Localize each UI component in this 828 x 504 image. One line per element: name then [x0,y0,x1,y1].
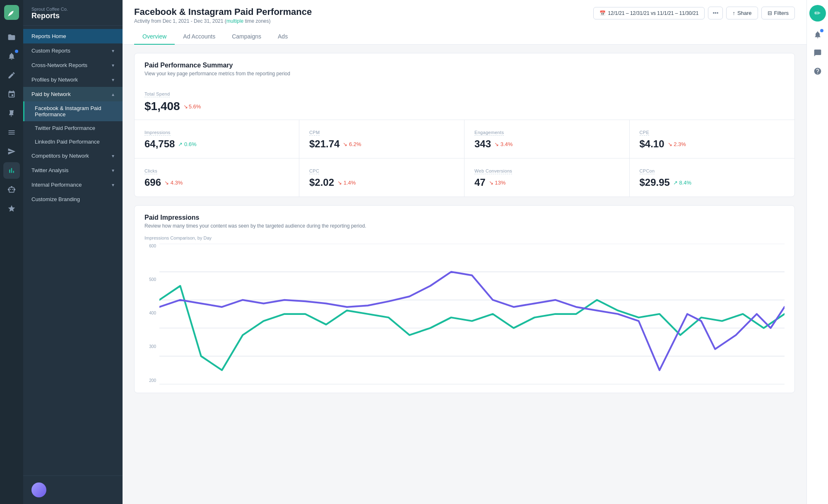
metrics-row-webconv-cpcon: Web Conversions 47 ↘ 13% CPCon $29.95 ↗ … [465,158,794,197]
sidebar-item-linkedin-paid[interactable]: LinkedIn Paid Performance [23,135,123,149]
rail-chart-icon[interactable] [3,162,20,179]
compose-cta-button[interactable]: ✏ [809,5,826,22]
multiple-timezones-link[interactable]: multiple [226,18,243,24]
total-spend-section: Total Spend $1,408 ↘ 5.6% [135,83,794,120]
cpm-metric: CPM $21.74 ↘ 6.2% [299,120,464,158]
sidebar-item-custom-reports[interactable]: Custom Reports ▾ [23,43,123,58]
chevron-down-icon: ▾ [112,77,114,83]
clicks-metric: Clicks 696 ↘ 4.3% [135,158,299,197]
sidebar-item-competitors-by-network[interactable]: Competitors by Network ▾ [23,149,123,163]
page-header: Facebook & Instagram Paid Performance Ac… [123,0,806,45]
cpcon-change: ↗ 8.4% [673,180,691,186]
total-spend-change: ↘ 5.6% [183,103,201,110]
sidebar-item-reports-home[interactable]: Reports Home [23,29,123,43]
cpc-change: ↘ 1.4% [337,180,356,186]
calendar-icon: 📅 [599,10,606,16]
main-content: Facebook & Instagram Paid Performance Ac… [123,0,806,504]
filter-icon: ⊟ [768,10,772,16]
impressions-line-chart [159,244,785,384]
sidebar-item-cross-network[interactable]: Cross-Network Reports ▾ [23,58,123,72]
sidebar-item-internal-performance[interactable]: Internal Performance ▾ [23,178,123,192]
chevron-down-icon: ▾ [112,48,114,54]
rail-star-icon[interactable] [3,200,20,217]
sidebar-item-paid-by-network[interactable]: Paid by Network ▴ [23,87,123,101]
metrics-col-right: Engagements 343 ↘ 3.4% CPE $4.10 ↘ 2.3% [465,120,794,197]
app-logo [4,5,19,20]
cpe-change: ↘ 2.3% [668,141,686,147]
question-help-icon[interactable] [809,63,826,79]
sidebar-item-fb-instagram-paid[interactable]: Facebook & Instagram Paid Performance [23,101,123,121]
chevron-down-icon: ▾ [112,168,114,173]
rail-bell-icon[interactable] [3,48,20,65]
y-label-300: 300 [144,344,156,349]
rail-pin-icon[interactable] [3,105,20,122]
rail-list-icon[interactable] [3,124,20,141]
tab-ads[interactable]: Ads [270,29,296,45]
summary-card-subtitle: View your key page performance metrics f… [144,71,785,77]
chart-wrapper: 600 500 400 300 200 [144,244,785,384]
sidebar-item-twitter-paid[interactable]: Twitter Paid Performance [23,121,123,135]
metrics-row-clicks-cpc: Clicks 696 ↘ 4.3% CPC $2.02 ↘ 1.4% [135,158,464,197]
total-spend-label: Total Spend [144,91,170,97]
rail-send-icon[interactable] [3,143,20,160]
impressions-change: ↗ 0.6% [178,141,196,147]
y-label-200: 200 [144,378,156,383]
chevron-down-icon: ▾ [112,62,114,68]
total-spend-value: $1,408 ↘ 5.6% [144,100,785,113]
chevron-up-icon: ▴ [112,91,114,97]
sidebar-item-twitter-analysis[interactable]: Twitter Analysis ▾ [23,163,123,178]
header-actions: 📅 12/1/21 – 12/31/21 vs 11/1/21 – 11/30/… [593,7,795,19]
metrics-col-left: Impressions 64,758 ↗ 0.6% CPM $21.74 ↘ 6… [135,120,465,197]
summary-card-header: Paid Performance Summary View your key p… [135,53,794,83]
chart-subtitle: Review how many times your content was s… [144,223,785,229]
metrics-row-impressions-cpm: Impressions 64,758 ↗ 0.6% CPM $21.74 ↘ 6… [135,120,464,158]
header-row: Facebook & Instagram Paid Performance Ac… [134,7,795,24]
sidebar: Sprout Coffee Co. Reports Reports Home C… [23,0,123,504]
paid-performance-summary-card: Paid Performance Summary View your key p… [134,53,795,197]
sidebar-item-profiles-by-network[interactable]: Profiles by Network ▾ [23,72,123,87]
company-name: Sprout Coffee Co. [31,7,114,12]
app-title: Reports [31,12,114,20]
sidebar-item-customize-branding[interactable]: Customize Branding [23,192,123,206]
engagements-metric: Engagements 343 ↘ 3.4% [465,120,630,158]
share-button[interactable]: ↑ Share [726,7,758,19]
y-label-500: 500 [144,277,156,282]
cpe-metric: CPE $4.10 ↘ 2.3% [630,120,795,158]
engagements-change: ↘ 3.4% [494,141,513,147]
paid-impressions-chart-card: Paid Impressions Review how many times y… [134,205,795,393]
y-label-400: 400 [144,311,156,315]
tab-overview[interactable]: Overview [134,29,175,45]
metrics-grid: Impressions 64,758 ↗ 0.6% CPM $21.74 ↘ 6… [135,120,794,197]
y-axis: 600 500 400 300 200 [144,244,156,384]
page-subtitle: Activity from Dec 1, 2021 - Dec 31, 2021… [134,18,312,24]
chart-title: Paid Impressions [144,214,785,221]
date-range-button[interactable]: 📅 12/1/21 – 12/31/21 vs 11/1/21 – 11/30/… [593,7,705,19]
page-title: Facebook & Instagram Paid Performance [134,7,312,17]
metrics-row-engagements-cpe: Engagements 343 ↘ 3.4% CPE $4.10 ↘ 2.3% [465,120,794,158]
rail-compose-icon[interactable] [3,67,20,84]
filters-button[interactable]: ⊟ Filters [761,7,795,19]
sidebar-nav: Reports Home Custom Reports ▾ Cross-Netw… [23,26,123,475]
tab-campaigns[interactable]: Campaigns [224,29,270,45]
web-conversions-change: ↘ 13% [489,180,506,186]
rail-folder-icon[interactable] [3,29,20,46]
rail-calendar-icon[interactable] [3,86,20,103]
sidebar-header: Sprout Coffee Co. Reports [23,0,123,26]
share-icon: ↑ [732,10,735,16]
chart-content: Paid Impressions Review how many times y… [135,206,794,393]
y-label-600: 600 [144,244,156,248]
summary-card-title: Paid Performance Summary [144,62,785,69]
more-options-button[interactable]: ••• [708,7,723,19]
title-block: Facebook & Instagram Paid Performance Ac… [134,7,312,24]
help-chat-icon[interactable] [809,45,826,61]
tab-bar: Overview Ad Accounts Campaigns Ads [134,29,795,44]
chart-comparison-label: Impressions Comparison, by Day [144,235,785,240]
notifications-icon[interactable] [809,26,826,43]
rail-bot-icon[interactable] [3,181,20,198]
tab-ad-accounts[interactable]: Ad Accounts [175,29,224,45]
content-area: Paid Performance Summary View your key p… [123,45,806,504]
sidebar-footer [23,475,123,504]
user-avatar[interactable] [31,482,46,497]
right-icon-rail: ✏ [806,0,828,504]
web-conversions-metric: Web Conversions 47 ↘ 13% [465,158,630,197]
